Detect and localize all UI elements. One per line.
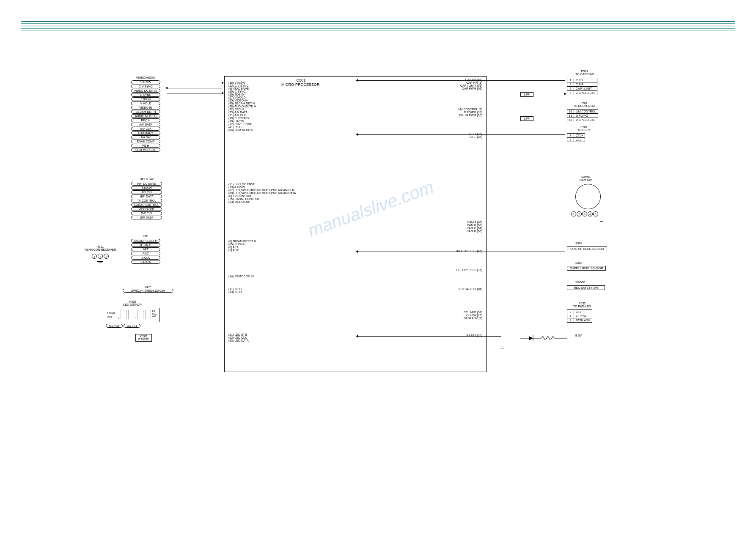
key-sw-range: SW502~>SW508,SW03A <box>123 289 173 293</box>
pin-enve-comp: (17) ENVE COMP <box>228 123 256 126</box>
out-rec-safety: REC SAFETY (84) <box>458 288 482 290</box>
arrow-ctl-plus <box>357 134 565 135</box>
sig-v-hold: V HOLD <box>131 101 160 105</box>
video-audio-pins: (16) V H/SW (12) C V SYNC (9) VIDC ENVE … <box>228 81 256 131</box>
led-grid-s: SA->S1 <box>124 324 140 328</box>
supply-ref: S503 <box>575 261 582 264</box>
arrow-reset <box>357 336 501 337</box>
p501-capstan-conn: 1C FG 4C F/R 2CAP I LIMIT 9C SPEED CTL <box>567 78 597 95</box>
lpf-2: LPF <box>520 116 533 121</box>
sig-s-clk: S.CLK <box>131 256 160 260</box>
cam-sw-header: SW501 CAM SW <box>580 175 592 181</box>
sig-v-hsw: V H/SW <box>131 80 160 84</box>
takeup-sensor-box: TAKE UP REEL SENSOR <box>567 246 607 251</box>
pin-tv-control: (8) TV CONTROL <box>228 194 296 197</box>
pin-av-data: (73) A/V DATA <box>228 111 256 114</box>
sig-sw-clk: SW CLK <box>131 211 162 215</box>
cam-sw-circle <box>575 184 601 209</box>
pin-ha-sw: (10) HA SW <box>228 120 256 123</box>
p503-conn: 3CTL 4V H/SW 2PATH ADV <box>567 309 592 323</box>
pin-canal-control: (75) CANAL CONTROL <box>228 197 296 200</box>
pin-c-sync: (26) C SYNC <box>228 90 256 93</box>
pin-led-data: (83) LED DATA <box>228 339 249 342</box>
seg-2 <box>128 310 134 319</box>
remocon-ref: H501 <box>85 245 116 248</box>
led-am: AM <box>152 315 158 318</box>
sig-c-v-sync: C V SYNC <box>131 85 160 88</box>
p501-drum-conn: 10L/M CONTROL 11D FG/PG 12D SPEED CTL <box>567 109 598 122</box>
out-d-fgpg: D FG/PG (39) <box>458 111 482 114</box>
out-supply-reel: SUPPLY REEL (15) <box>456 268 482 271</box>
pin-c-rotary: (18) C ROTARY <box>228 117 256 120</box>
p501-capstan-header: P501 TO CAPSTAN <box>575 70 594 76</box>
led-timer: TIMER <box>107 312 115 314</box>
pin-aft: (6) AFT <box>228 246 256 249</box>
pin-pb-h: (41) PB H <box>228 126 256 129</box>
recsafety-sw-box: REC SAFETY SW <box>567 285 605 290</box>
seg-3 <box>137 310 143 319</box>
sig-tv-control: TV CONTROL <box>131 199 162 203</box>
supply-out: SUPPLY REEL (15) <box>456 268 482 271</box>
sig-video-dc-enve: VIDEO DC ENVE <box>131 89 160 93</box>
ic501-box <box>224 76 487 372</box>
sig-aft: AFT <box>131 247 160 251</box>
led-grid-g: G1->G5 <box>106 324 123 328</box>
sig-av-clk: A/V CLK <box>131 127 160 131</box>
pin-led-clk: (82) LED CLK <box>228 336 249 339</box>
pin-scm-mod-ctl: (64) SCM MOD CTL <box>228 129 256 131</box>
cam-sw-ref: SW501 <box>580 175 592 178</box>
cam-sw-terms: 1 2 3 4 5 <box>571 211 598 216</box>
p201-sub: TO DECK <box>577 129 591 131</box>
p501-drum-sub: TO DRUM & LM <box>573 104 595 107</box>
hifi-sw-group: HiFi & SW HiFi DC ENVE A H/SW HiFi CLK H… <box>131 178 162 219</box>
p501-capstan-sub: TO CAPSTAN <box>575 73 594 76</box>
arrow-cap-pwm <box>357 94 565 94</box>
seg-1 <box>121 310 126 319</box>
sig-enve-comp: ENVE COMP <box>131 140 160 143</box>
pin-rec-h: (72) REC H <box>228 108 256 111</box>
recsafety-out: REC SAFETY (84) <box>458 288 482 290</box>
led-ref: H502 <box>129 300 136 303</box>
arrow-vhsw <box>167 83 222 83</box>
schematic-diagram: manualslive.com IC501 MICRO-PROCESSOR VI… <box>93 72 664 461</box>
pin-video-in: (25) VIDEO IN <box>228 99 256 102</box>
sig-video-in: VIDEO IN <box>131 106 160 110</box>
pin-hifi-dc-enve: (11) HI-FI DC ENVE <box>228 183 296 186</box>
led-name: LED DISPLAY <box>106 303 159 306</box>
p501-capstan-title: P501 <box>575 70 594 73</box>
video-audio-group: VIDEO/AUDIO V H/SW C V SYNC VIDEO DC ENV… <box>131 76 160 152</box>
led-display-group: H502 LED DISPLAY TIMER VCR + : LP REC AM… <box>106 300 159 328</box>
out-cam-d: CAM D (55) <box>467 230 482 233</box>
out-cap-ilimit: CAP I LIMIT (51) <box>460 84 482 87</box>
ctl-out-pins: CTL+ (25) CTL- (24) <box>469 132 482 138</box>
hifi-sw-title: HiFi & SW <box>131 178 162 181</box>
p501-drum-header: P501 TO DRUM & LM <box>573 101 595 107</box>
supply-sensor-box: SUPPLY REEL SENSOR <box>567 266 606 271</box>
pin-key2: (11) KEY2 <box>228 288 242 290</box>
sig-video-out: VIDEO OUT <box>131 207 162 211</box>
hifi-sw-pins: (11) HI-FI DC ENVE (19) A H/SW (67) HIFI… <box>228 183 296 203</box>
pin-secam-det-h: (40) SECAM DET H <box>228 102 256 105</box>
pif-title: PIF <box>131 235 160 238</box>
p501-drum-title: P501 <box>573 101 595 104</box>
pif-group: PIF NICAM RESET H IF ON H AFT AGC S.CLK … <box>131 235 160 264</box>
pin-eds-in: (26) EDS IN <box>228 93 256 96</box>
out-ctl-minus: CTL- (24) <box>469 135 482 138</box>
sig-audio-mute-h: AUDIO MUTE H <box>131 114 160 118</box>
arrow-video-dc <box>167 93 222 93</box>
sig-canal-control: CANAL CONTROL <box>131 203 162 207</box>
out-ctl-amp: CTL AMP (57) <box>464 311 482 314</box>
sig-hifi-data: HiFi DATA <box>131 194 162 198</box>
arrow-cap-fg <box>357 80 565 81</box>
sig-hifi-dc-enve: HiFi DC ENVE <box>131 182 162 186</box>
pin-vidc-enve: (9) VIDC ENVE <box>228 87 256 90</box>
pin-hifi-data: (68) HIFI,SW,IF,MOD,MEMORY,PDC,NICAM DAT… <box>228 192 296 194</box>
out-cam-a: CAM A (62) <box>467 221 482 224</box>
sig-hifi-clk: HiFi CLK <box>131 190 162 194</box>
header-rule-lines <box>21 21 735 33</box>
out-cam-c: CAM C (54) <box>467 227 482 230</box>
out-cap-pwm: CAP PWM (53) <box>460 87 482 90</box>
sig-c-sync: C SYNC <box>131 93 160 97</box>
pin-led-stb: (81) LED STB <box>228 333 249 336</box>
out-drum-pwm: DRUM PWM (50) <box>458 114 482 117</box>
